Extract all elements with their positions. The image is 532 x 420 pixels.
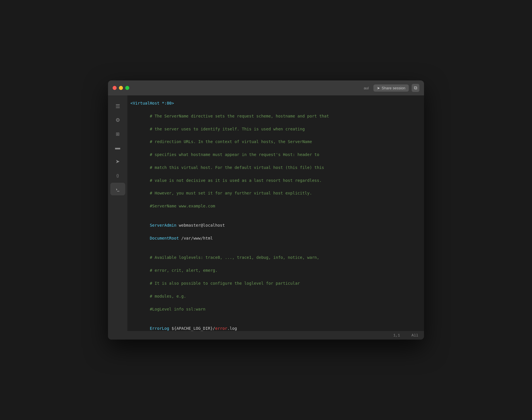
grid-icon: ⊞ — [116, 131, 119, 137]
sidebar-item-settings[interactable]: ⚙ — [110, 114, 125, 126]
layout-button[interactable]: ⧉ — [412, 84, 419, 92]
aul-label: aul — [364, 86, 369, 90]
sidebar-item-grid[interactable]: ⊞ — [110, 128, 125, 140]
sidebar-item-terminal[interactable]: ›_ — [110, 183, 125, 195]
share-session-label: Share session — [382, 86, 405, 90]
share-session-button[interactable]: ➤ Share session — [373, 84, 409, 92]
cursor-position: 1,1 — [393, 333, 400, 338]
sidebar-item-files[interactable]: ▬ — [110, 141, 125, 154]
share-icon: ➤ — [377, 86, 380, 90]
app-window: aul ➤ Share session ⧉ ☰ ⚙ ⊞ ▬ ➤ — [108, 80, 424, 340]
minimize-button[interactable] — [119, 86, 123, 90]
files-icon: ▬ — [115, 145, 120, 151]
code-editor: <VirtualHost *:80> # The ServerName dire… — [130, 100, 418, 331]
editor-content[interactable]: <VirtualHost *:80> # The ServerName dire… — [128, 95, 424, 331]
main-layout: ☰ ⚙ ⊞ ▬ ➤ {} ›_ <VirtualHost *:80> — [108, 95, 424, 331]
sidebar-item-code[interactable]: {} — [110, 169, 125, 182]
menu-icon: ☰ — [115, 103, 120, 109]
sidebar-item-menu[interactable]: ☰ — [110, 100, 125, 113]
traffic-lights — [113, 86, 129, 90]
status-bar: 1,1 All — [108, 331, 424, 340]
code-icon: {} — [116, 173, 119, 178]
scroll-position: All — [412, 333, 418, 338]
titlebar: aul ➤ Share session ⧉ — [108, 80, 424, 95]
sidebar: ☰ ⚙ ⊞ ▬ ➤ {} ›_ — [108, 95, 128, 331]
close-button[interactable] — [113, 86, 117, 90]
titlebar-actions: aul ➤ Share session ⧉ — [364, 84, 419, 92]
terminal-icon: ›_ — [116, 187, 119, 191]
settings-icon: ⚙ — [115, 117, 120, 123]
sidebar-item-forward[interactable]: ➤ — [110, 155, 125, 168]
maximize-button[interactable] — [125, 86, 129, 90]
forward-icon: ➤ — [115, 158, 120, 165]
